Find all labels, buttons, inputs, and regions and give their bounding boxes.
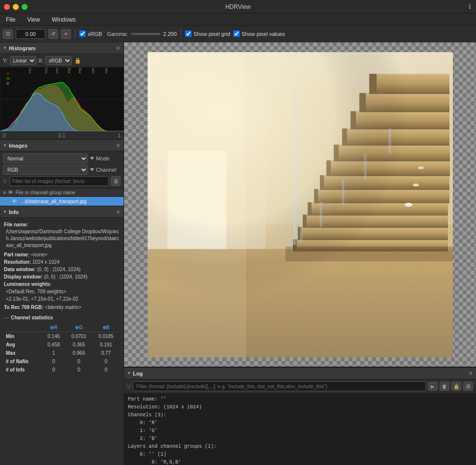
stats-header-b: ⊕B bbox=[93, 323, 120, 332]
svg-text:max(G): max(G) bbox=[104, 67, 108, 73]
svg-rect-71 bbox=[148, 52, 246, 357]
log-header: ▼ Log ✕ bbox=[124, 368, 476, 379]
menu-view[interactable]: View bbox=[25, 15, 42, 24]
luminance-weights-row: Luminance weights: bbox=[4, 280, 120, 288]
pixel-values-checkbox[interactable] bbox=[233, 31, 240, 37]
histogram-panel: ▼ Histogram ✕ Y: Linear Log X: sRGB Line… bbox=[0, 42, 124, 139]
mode-row: Normal Difference Overlay Mode bbox=[3, 154, 121, 163]
images-panel: ▼ Images ✕ Normal Difference Overlay Mod… bbox=[0, 139, 124, 206]
svg-text:B: B bbox=[6, 81, 9, 86]
filter-options-button[interactable]: ☰ bbox=[111, 176, 121, 186]
log-run-button[interactable]: ▶ bbox=[428, 382, 438, 391]
reset-exposure-button[interactable]: ↺ bbox=[48, 29, 58, 39]
histogram-collapse-icon[interactable]: ▼ bbox=[3, 46, 7, 50]
svg-text:min(B): min(B) bbox=[55, 67, 59, 73]
axis-01: 0.1 bbox=[59, 133, 65, 138]
srgb-checkbox[interactable] bbox=[79, 31, 86, 37]
image-visibility-icon[interactable]: 👁 bbox=[12, 198, 19, 204]
pixel-values-group: Show pixel values bbox=[233, 31, 285, 37]
svg-text:min(G): min(G) bbox=[44, 67, 48, 73]
info-content: File name: /Users/wjarosz/Dartmouth Coll… bbox=[0, 218, 124, 377]
srgb-label: sRGB bbox=[88, 31, 102, 37]
minimize-button[interactable] bbox=[13, 4, 19, 10]
log-content: Part name: '' Resolution: (1024 x 1024) … bbox=[124, 394, 476, 465]
info-header: ▼ Info ✕ bbox=[0, 206, 124, 218]
image-filename: ...d/staircase_all_transport.jpg bbox=[21, 199, 86, 204]
exposure-input[interactable] bbox=[16, 29, 45, 39]
channel-label: Channel bbox=[96, 167, 121, 173]
log-filter-icon: ▽ bbox=[127, 384, 131, 389]
images-close-button[interactable]: ✕ bbox=[116, 142, 121, 149]
stats-avg-label: Avg bbox=[4, 341, 42, 349]
svg-text:avg(G): avg(G) bbox=[67, 67, 71, 73]
stats-min-b: 0.0185 bbox=[93, 332, 120, 341]
close-button[interactable] bbox=[4, 4, 10, 10]
x-axis-select[interactable]: sRGB Linear bbox=[45, 56, 72, 65]
log-header-right: ✕ bbox=[468, 370, 473, 377]
info-title-label: Info bbox=[9, 209, 19, 215]
log-line-1: Part name: '' bbox=[128, 396, 472, 403]
exposure-icon[interactable]: ⊡ bbox=[3, 29, 13, 39]
lock-icon[interactable]: 🔒 bbox=[74, 57, 82, 64]
log-line-7: Layers and channel groups (1): bbox=[128, 443, 472, 450]
log-collapse-icon[interactable]: ▼ bbox=[127, 371, 131, 375]
luminance-weights-label: Luminance weights: bbox=[4, 281, 51, 287]
log-filter-input[interactable] bbox=[133, 381, 426, 391]
stats-row-min: Min 0.146 0.0701 0.0185 bbox=[4, 332, 120, 341]
pixel-grid-group: Show pixel grid bbox=[185, 31, 230, 37]
gamma-value: 2.200 bbox=[163, 31, 177, 37]
menu-windows[interactable]: Windows bbox=[50, 15, 78, 24]
histogram-chart: R G B min(R) min(G) min(B) avg(G) avg(k)… bbox=[0, 67, 124, 131]
menu-file[interactable]: File bbox=[4, 15, 17, 24]
stats-row-avg: Avg 0.458 0.365 0.191 bbox=[4, 341, 120, 349]
mode-arrow-icon bbox=[90, 157, 94, 160]
stats-avg-r: 0.458 bbox=[42, 341, 65, 349]
svg-text:G: G bbox=[6, 76, 10, 81]
display-window-row: Display window: (0, 0) : (1024, 1024) bbox=[4, 273, 120, 280]
filter-row: ▽ ☰ bbox=[3, 176, 121, 186]
file-name-label: File name: bbox=[4, 222, 28, 227]
data-window-label: Data window: bbox=[4, 267, 35, 272]
stats-nans-b: 0 bbox=[93, 357, 120, 366]
log-line-5: 1: 'G' bbox=[128, 427, 472, 434]
info-icon[interactable]: ℹ bbox=[469, 3, 471, 10]
separator-1 bbox=[75, 29, 75, 39]
images-title: ▼ Images bbox=[3, 143, 28, 149]
info-close-button[interactable]: ✕ bbox=[116, 209, 121, 216]
info-collapse-icon[interactable]: ▼ bbox=[3, 210, 7, 214]
histogram-header: ▼ Histogram ✕ bbox=[0, 42, 124, 54]
stats-row-infs: # of Infs 0 0 0 bbox=[4, 366, 120, 374]
image-view[interactable] bbox=[124, 42, 476, 367]
y-axis-select[interactable]: Linear Log bbox=[10, 56, 36, 65]
display-window-label: Display window: bbox=[4, 274, 42, 279]
info-title: ▼ Info bbox=[3, 209, 19, 215]
list-order-icon: ≡ bbox=[3, 189, 6, 195]
channel-row: RGB R G B Alpha Channel bbox=[3, 165, 121, 175]
luminance-weights-value: <Default Rec. 709 weights> bbox=[4, 288, 120, 295]
log-line-6: 2: 'B' bbox=[128, 435, 472, 442]
data-window-value: (0, 0) : (1024, 1024) bbox=[37, 267, 80, 272]
pixel-grid-checkbox[interactable] bbox=[185, 31, 191, 37]
window-controls bbox=[4, 4, 28, 10]
luminance-weights-extra: +2.13e-01, +7.15e-01, +7.22e-02 bbox=[4, 295, 120, 303]
log-clear-button[interactable]: 🗑 bbox=[440, 382, 449, 391]
gamma-label: Gamma: bbox=[107, 31, 127, 37]
image-row[interactable]: 1 👁 ...d/staircase_all_transport.jpg bbox=[0, 197, 124, 206]
log-lock-button[interactable]: 🔒 bbox=[451, 382, 461, 391]
histogram-close-button[interactable]: ✕ bbox=[116, 45, 121, 52]
part-name-value: <none> bbox=[31, 252, 47, 257]
histogram-title: ▼ Histogram bbox=[3, 45, 35, 51]
info-panel: ▼ Info ✕ File name: /Users/wjarosz/Dartm… bbox=[0, 206, 124, 465]
stats-min-g: 0.0701 bbox=[65, 332, 93, 341]
zoom-button[interactable] bbox=[22, 4, 28, 10]
log-menu-button[interactable]: ☰ bbox=[463, 382, 473, 391]
channel-select[interactable]: RGB R G B Alpha bbox=[3, 165, 88, 175]
images-collapse-icon[interactable]: ▼ bbox=[3, 143, 7, 148]
mode-select[interactable]: Normal Difference Overlay bbox=[3, 154, 88, 163]
log-line-8: 0: '' (1) bbox=[128, 451, 472, 458]
filter-input[interactable] bbox=[10, 176, 109, 186]
log-close-button[interactable]: ✕ bbox=[468, 370, 473, 377]
auto-exposure-button[interactable]: ⌖ bbox=[61, 29, 71, 39]
toolbar: ⊡ ↺ ⌖ sRGB Gamma: 2.200 Show pixel grid … bbox=[0, 26, 476, 42]
gamma-slider[interactable] bbox=[131, 33, 160, 35]
